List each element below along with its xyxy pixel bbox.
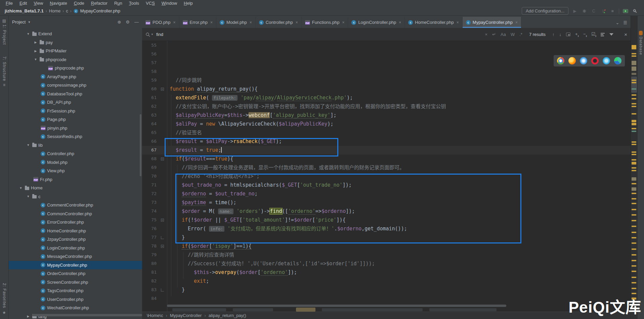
- project-tool-icon[interactable]: ▤: [2, 18, 6, 24]
- tab-functions-php[interactable]: PHPFunctions.php×: [302, 17, 348, 28]
- stripe-mark[interactable]: [632, 66, 636, 71]
- error-stripe[interactable]: [631, 16, 637, 319]
- tab-close-icon[interactable]: ×: [399, 20, 401, 25]
- tree-item-ordercontroller-php[interactable]: cOrderController.php: [9, 269, 142, 278]
- fold-collapse-icon[interactable]: −: [161, 219, 164, 222]
- tree-item-model-php[interactable]: cModel.php: [9, 158, 142, 167]
- stripe-mark[interactable]: [632, 55, 636, 57]
- previous-occurrence-icon[interactable]: ↑: [552, 32, 555, 37]
- stripe-mark[interactable]: [632, 141, 636, 143]
- code-line-63[interactable]: 63$alipayPublicKey=$this->webconf['alipa…: [142, 111, 631, 120]
- attach-profiler-icon[interactable]: ▯ø▲: [600, 8, 606, 14]
- tree-item-view-php[interactable]: cView.php: [9, 167, 142, 175]
- tab-close-icon[interactable]: ×: [250, 20, 252, 25]
- tree-item-errorcontroller-php[interactable]: cErrorController.php: [9, 218, 142, 227]
- code-line-55[interactable]: 55: [142, 41, 631, 50]
- code-line-73[interactable]: 73$paytime = time();: [142, 198, 631, 207]
- stripe-mark[interactable]: [632, 203, 636, 204]
- tree-item-mypaycontroller-php[interactable]: cMypayController.php: [9, 261, 142, 270]
- code-line-72[interactable]: 72$orderno = $out_trade_no;: [142, 189, 631, 198]
- code-line-81[interactable]: 81$this->overpay($order['orderno']);: [142, 268, 631, 277]
- tree-item-jzpaycontroller-php[interactable]: cJzpayController.php: [9, 235, 142, 244]
- select-all-occurrences-icon[interactable]: ☑II: [591, 32, 596, 38]
- menu-item-edit[interactable]: Edit: [16, 0, 30, 6]
- code-line-67[interactable]: 67$result = true;: [142, 146, 631, 154]
- fold-collapse-icon[interactable]: −: [161, 245, 164, 248]
- stripe-mark[interactable]: [632, 232, 636, 233]
- stripe-mark[interactable]: [632, 265, 636, 267]
- tree-item-logincontroller-php[interactable]: cLoginController.php: [9, 244, 142, 253]
- stripe-mark[interactable]: [632, 80, 636, 81]
- tree-item-compressimage-php[interactable]: ccompressimage.php: [9, 81, 142, 90]
- stripe-mark[interactable]: [632, 271, 636, 272]
- tree-item-sessionredis-php[interactable]: cSessionRedis.php: [9, 132, 142, 141]
- database-icon[interactable]: [639, 31, 643, 35]
- favorites-star-icon[interactable]: ★: [2, 310, 6, 316]
- stripe-mark[interactable]: [632, 209, 636, 210]
- tree-item-wechatcontroller-php[interactable]: cWechatController.php: [9, 304, 142, 312]
- newline-icon[interactable]: ↵: [492, 32, 496, 37]
- code-line-78[interactable]: 78−if($order['ispay']==1){: [142, 242, 631, 250]
- tree-item-phpqrcode-php[interactable]: PHPphpqrcode.php: [9, 64, 142, 73]
- run-anything-icon[interactable]: [622, 8, 629, 14]
- tree-item-c[interactable]: ▼c: [9, 192, 142, 201]
- tree-item-controller-php[interactable]: cController.php: [9, 149, 142, 158]
- breadcrumb-item[interactable]: c: [66, 8, 68, 13]
- code-line-70[interactable]: 70//echo '<h1>付款成功</h1>';: [142, 172, 631, 181]
- chevron-down-icon[interactable]: ⌄: [615, 20, 619, 25]
- tree-collapsed-arrow-icon[interactable]: ▶: [26, 315, 31, 318]
- remove-occurrence-icon[interactable]: −II: [583, 32, 587, 38]
- code-line-82[interactable]: 82exit;: [142, 277, 631, 285]
- stripe-mark[interactable]: [632, 277, 636, 278]
- filter-funnel-icon[interactable]: [609, 33, 613, 36]
- fold-end-icon[interactable]: [161, 236, 164, 239]
- tree-item-messagecontroller-php[interactable]: cMessageController.php: [9, 252, 142, 261]
- menu-item-view[interactable]: View: [31, 0, 46, 6]
- edge-icon[interactable]: [614, 57, 621, 64]
- structure-tool-icon[interactable]: ≡: [3, 83, 5, 88]
- tab-close-icon[interactable]: ×: [173, 20, 175, 25]
- status-breadcrumb-item[interactable]: alipay_return_pay(): [209, 313, 246, 318]
- gear-icon[interactable]: ⚙: [126, 19, 130, 25]
- menu-item-tools[interactable]: Tools: [126, 0, 142, 6]
- tree-item-databasetool-php[interactable]: cDatabaseTool.php: [9, 90, 142, 98]
- search-everywhere-icon[interactable]: 🔍︎: [632, 8, 638, 14]
- project-vertical-scrollbar[interactable]: [140, 114, 141, 176]
- add-occurrence-icon[interactable]: +II: [575, 32, 578, 38]
- stripe-mark[interactable]: [632, 103, 636, 104]
- tree-expanded-arrow-icon[interactable]: ▼: [26, 195, 31, 198]
- stripe-mark[interactable]: [632, 220, 636, 221]
- menu-item-refactor[interactable]: Refactor: [88, 0, 111, 6]
- stripe-mark[interactable]: [632, 159, 636, 161]
- tab-close-icon[interactable]: ×: [457, 20, 459, 25]
- code-line-83[interactable]: 83}: [142, 285, 631, 294]
- tree-item-phpqrcode[interactable]: ▼phpqrcode: [9, 55, 142, 64]
- words-toggle[interactable]: W: [511, 32, 515, 37]
- tree-expanded-arrow-icon[interactable]: ▼: [18, 186, 23, 190]
- tree-item-commentcontroller-php[interactable]: cCommentController.php: [9, 201, 142, 210]
- code-line-84[interactable]: 84: [142, 294, 631, 303]
- code-line-65[interactable]: 65//验证签名: [142, 128, 631, 137]
- menu-item-vcs[interactable]: VCS: [143, 0, 158, 6]
- ie-icon[interactable]: [603, 57, 610, 64]
- hide-panel-icon[interactable]: —: [134, 19, 139, 25]
- stripe-mark[interactable]: [632, 123, 636, 125]
- tool-button-database[interactable]: Database: [639, 37, 643, 55]
- fold-collapse-icon[interactable]: −: [161, 157, 164, 161]
- code-editor[interactable]: 5556575859//同步跳转60−function alipay_retur…: [142, 41, 631, 312]
- next-occurrence-icon[interactable]: ↓: [559, 32, 562, 37]
- filter-lines-icon[interactable]: [601, 32, 605, 37]
- tree-item-pay[interactable]: ▶pay: [9, 38, 142, 47]
- code-line-71[interactable]: 71$out_trade_no = htmlspecialchars($_GET…: [142, 181, 631, 189]
- breadcrumb-item[interactable]: jizhicms_Beta1.7.1: [5, 8, 44, 13]
- stripe-mark[interactable]: [632, 193, 636, 194]
- tab-logincontroller-php[interactable]: cLoginController.php×: [348, 17, 405, 28]
- stripe-mark[interactable]: [632, 242, 636, 244]
- tree-item-phpmailer[interactable]: ▶PHPMailer: [9, 47, 142, 55]
- tree-item-frsession-php[interactable]: cFrSession.php: [9, 107, 142, 116]
- editor-horizontal-scrollbar[interactable]: [167, 305, 506, 307]
- stripe-mark[interactable]: [632, 82, 636, 83]
- code-line-68[interactable]: 68−if($result===true){: [142, 154, 631, 163]
- code-line-59[interactable]: 59//同步跳转: [142, 76, 631, 85]
- stripe-mark[interactable]: [632, 61, 636, 65]
